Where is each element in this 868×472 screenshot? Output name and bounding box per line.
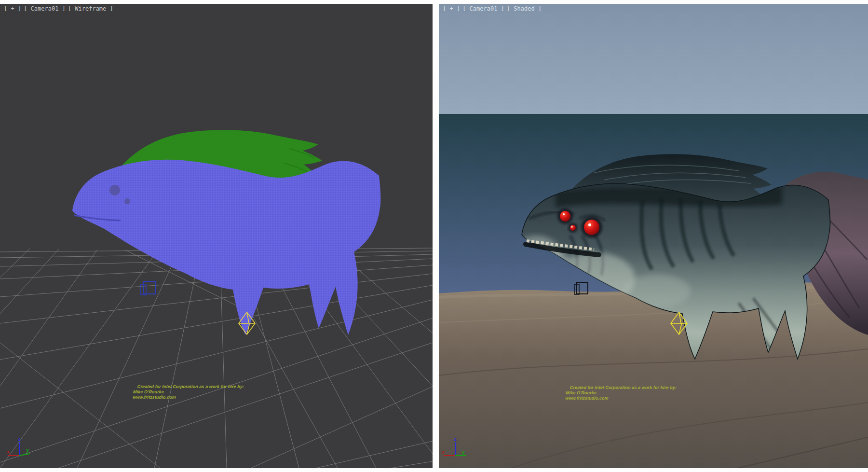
wireframe-eye-small — [124, 198, 130, 204]
axis-x-label: x — [7, 449, 10, 455]
world-axis-tripod: z x y — [2, 435, 33, 460]
viewport-right[interactable]: [ + ][ Camera01 ][ Shaded ] Created for … — [439, 4, 868, 468]
camera-menu-button[interactable]: [ Camera01 ] — [462, 5, 504, 12]
wireframe-eye-large — [109, 185, 120, 195]
credit-line-3: www.fritzstudio.com — [133, 395, 244, 400]
viewport-label: [ + ][ Camera01 ][ Shaded ] — [443, 5, 544, 12]
viewport-area: [ + ][ Camera01 ][ Wireframe ] Created f… — [0, 0, 868, 472]
axis-z-label: z — [454, 436, 457, 442]
credit-line-2: Mike O'Rourke — [566, 390, 677, 396]
pov-menu-button[interactable]: [ + ] — [443, 5, 460, 12]
axis-y-label: y — [26, 447, 29, 453]
credit-line-2: Mike O'Rourke — [133, 389, 244, 395]
cube-helper[interactable] — [140, 281, 156, 295]
eye-small — [560, 211, 570, 222]
pov-menu-button[interactable]: [ + ] — [4, 5, 21, 12]
world-axis-tripod: z x y — [441, 435, 472, 460]
sky-backdrop — [439, 4, 868, 114]
eye-tiny — [570, 225, 576, 231]
camera-menu-button[interactable]: [ Camera01 ] — [24, 5, 66, 12]
axis-x-label: x — [442, 449, 445, 455]
axis-y-label: y — [462, 449, 465, 455]
shading-menu-button[interactable]: [ Shaded ] — [507, 5, 542, 12]
credit-text: Created for Intel Corporation as a work … — [565, 385, 677, 401]
credit-line-1: Created for Intel Corporation as a work … — [133, 384, 244, 389]
viewport-left[interactable]: [ + ][ Camera01 ][ Wireframe ] Created f… — [0, 4, 433, 468]
eye-large — [584, 220, 599, 235]
credit-text: Created for Intel Corporation as a work … — [133, 384, 244, 400]
credit-line-3: www.fritzstudio.com — [565, 396, 676, 401]
axis-z-label: z — [18, 436, 21, 442]
viewport-label: [ + ][ Camera01 ][ Wireframe ] — [4, 5, 116, 12]
credit-line-1: Created for Intel Corporation as a work … — [566, 385, 677, 390]
shading-menu-button[interactable]: [ Wireframe ] — [68, 5, 113, 12]
